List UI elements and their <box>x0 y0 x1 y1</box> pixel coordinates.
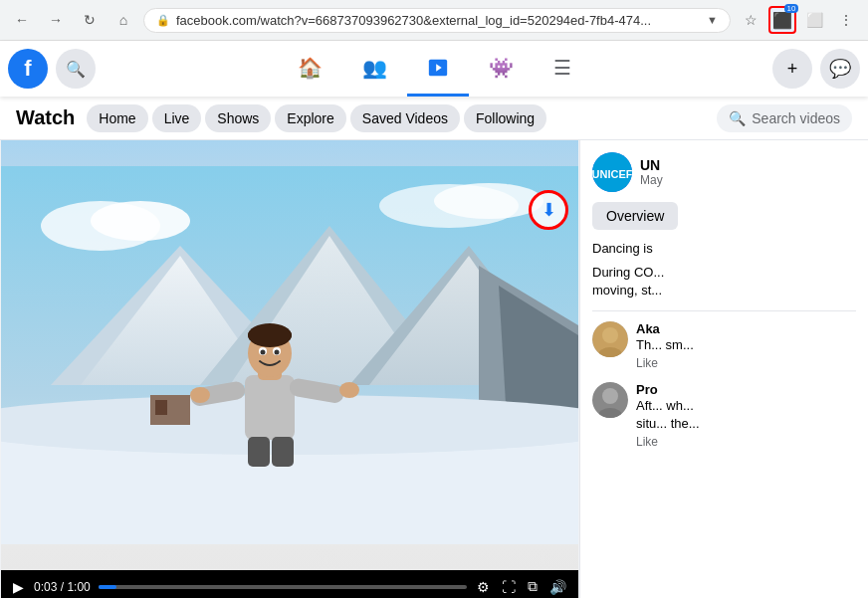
svg-point-37 <box>602 327 618 343</box>
comment-avatar-2 <box>592 382 628 418</box>
svg-point-22 <box>190 387 210 403</box>
address-bar[interactable]: 🔒 facebook.com/watch?v=668737093962730&e… <box>143 8 731 33</box>
nav-item-watch[interactable] <box>407 41 469 97</box>
video-description-2: During CO...moving, st... <box>592 264 856 299</box>
comment-like-1[interactable]: Like <box>636 356 856 370</box>
fullscreen-icon: ⛶ <box>502 579 516 595</box>
back-button[interactable]: ← <box>8 6 36 34</box>
facebook-navbar: f 🔍 🏠 👥 👾 ☰ + 💬 <box>0 41 868 97</box>
time-display: 0:03 / 1:00 <box>34 580 91 594</box>
home-button[interactable]: ⌂ <box>109 6 137 34</box>
svg-rect-19 <box>245 375 295 440</box>
progress-fill <box>99 585 117 589</box>
caret-icon: ▼ <box>707 14 718 26</box>
fb-search-button[interactable]: 🔍 <box>56 49 96 89</box>
overview-button[interactable]: Overview <box>592 202 678 230</box>
download-icon: ⬇ <box>542 199 556 221</box>
total-time: 1:00 <box>67 580 90 594</box>
comment-text-1: Th... sm... <box>636 336 856 354</box>
video-frame[interactable]: ⬇ <box>1 140 578 570</box>
watch-nav-saved[interactable]: Saved Videos <box>350 104 460 132</box>
watch-nav-home[interactable]: Home <box>87 104 147 132</box>
nav-item-gaming[interactable]: 👾 <box>469 41 534 97</box>
ext-badge: 10 <box>784 4 798 13</box>
browser-toolbar: ← → ↻ ⌂ 🔒 facebook.com/watch?v=668737093… <box>0 0 868 40</box>
browser-chrome: ← → ↻ ⌂ 🔒 facebook.com/watch?v=668737093… <box>0 0 868 41</box>
fullscreen-button[interactable]: ⛶ <box>500 577 518 597</box>
volume-icon: 🔊 <box>549 579 566 595</box>
channel-avatar: UNICEF <box>592 152 632 192</box>
star-button[interactable]: ☆ <box>737 6 764 34</box>
svg-point-30 <box>261 350 266 355</box>
fb-messenger-button[interactable]: 💬 <box>820 49 860 89</box>
current-time: 0:03 <box>34 580 57 594</box>
comment-content-1: Aka Th... sm... Like <box>636 321 856 370</box>
progress-bar[interactable] <box>99 585 467 589</box>
commenter-name-2: Pro <box>636 382 856 397</box>
lock-icon: 🔒 <box>156 14 170 27</box>
svg-rect-27 <box>248 329 292 341</box>
fb-add-button[interactable]: + <box>772 49 812 89</box>
video-area: ⬇ ▶ 0:03 / 1:00 ⚙ <box>0 140 579 598</box>
search-icon: 🔍 <box>729 110 746 126</box>
svg-rect-32 <box>248 437 270 467</box>
comment-item-2: Pro Aft... wh...situ... the... Like <box>592 382 856 449</box>
watch-search[interactable]: 🔍 Search videos <box>717 104 852 132</box>
fb-nav-center: 🏠 👥 👾 ☰ <box>96 41 772 97</box>
svg-rect-18 <box>155 400 167 415</box>
watch-nav-live[interactable]: Live <box>152 104 202 132</box>
fb-nav-right: + 💬 <box>772 49 860 89</box>
cast-button[interactable]: ⬜ <box>800 6 828 34</box>
svg-point-40 <box>602 388 618 404</box>
right-sidebar: UNICEF UN May Overview Dancing is During… <box>579 140 868 598</box>
refresh-button[interactable]: ↻ <box>76 6 104 34</box>
nav-item-menu[interactable]: ☰ <box>534 41 591 97</box>
nav-item-friends[interactable]: 👥 <box>342 41 407 97</box>
svg-text:UNICEF: UNICEF <box>592 168 632 180</box>
svg-point-4 <box>91 201 190 241</box>
menu-button[interactable]: ⋮ <box>832 6 860 34</box>
watch-title: Watch <box>16 106 75 129</box>
nav-item-home[interactable]: 🏠 <box>278 41 342 97</box>
download-button[interactable]: ⬇ <box>529 190 568 230</box>
channel-date: May <box>640 173 856 187</box>
sidebar-divider <box>592 310 856 311</box>
settings-button[interactable]: ⚙ <box>475 577 492 597</box>
comment-text-2: Aft... wh...situ... the... <box>636 397 856 433</box>
settings-icon: ⚙ <box>477 579 490 595</box>
mountain-scene-svg <box>1 140 578 570</box>
watch-nav-explore[interactable]: Explore <box>275 104 345 132</box>
play-icon: ▶ <box>13 579 24 595</box>
commenter-name-1: Aka <box>636 321 856 336</box>
watch-nav-shows[interactable]: Shows <box>205 104 271 132</box>
comment-item: Aka Th... sm... Like <box>592 321 856 370</box>
comment-content-2: Pro Aft... wh...situ... the... Like <box>636 382 856 449</box>
ext-button-wrapper: ⬛ 10 <box>768 6 796 34</box>
facebook-logo: f <box>8 49 48 89</box>
play-button[interactable]: ▶ <box>11 577 26 597</box>
pip-icon: ⧉ <box>528 578 538 595</box>
volume-button[interactable]: 🔊 <box>547 577 568 597</box>
url-text: facebook.com/watch?v=668737093962730&ext… <box>176 13 701 28</box>
channel-name: UN <box>640 157 856 173</box>
video-description-1: Dancing is <box>592 240 856 258</box>
channel-info: UNICEF UN May <box>592 152 856 192</box>
svg-rect-33 <box>272 437 294 467</box>
pip-button[interactable]: ⧉ <box>526 576 540 597</box>
video-controls: ▶ 0:03 / 1:00 ⚙ ⛶ ⧉ <box>1 570 578 598</box>
svg-point-31 <box>275 350 280 355</box>
watch-bar: Watch Home Live Shows Explore Saved Vide… <box>0 97 868 140</box>
video-container: ⬇ ▶ 0:03 / 1:00 ⚙ <box>1 140 578 598</box>
main-content: ⬇ ▶ 0:03 / 1:00 ⚙ <box>0 140 868 598</box>
forward-button[interactable]: → <box>42 6 70 34</box>
comment-like-2[interactable]: Like <box>636 435 856 449</box>
comment-avatar-1 <box>592 321 628 357</box>
search-placeholder: Search videos <box>752 110 840 126</box>
channel-meta: UN May <box>640 157 856 187</box>
svg-point-6 <box>434 183 543 219</box>
svg-point-23 <box>339 382 359 398</box>
browser-actions: ☆ ⬛ 10 ⬜ ⋮ <box>737 6 860 34</box>
watch-nav-following[interactable]: Following <box>464 104 546 132</box>
